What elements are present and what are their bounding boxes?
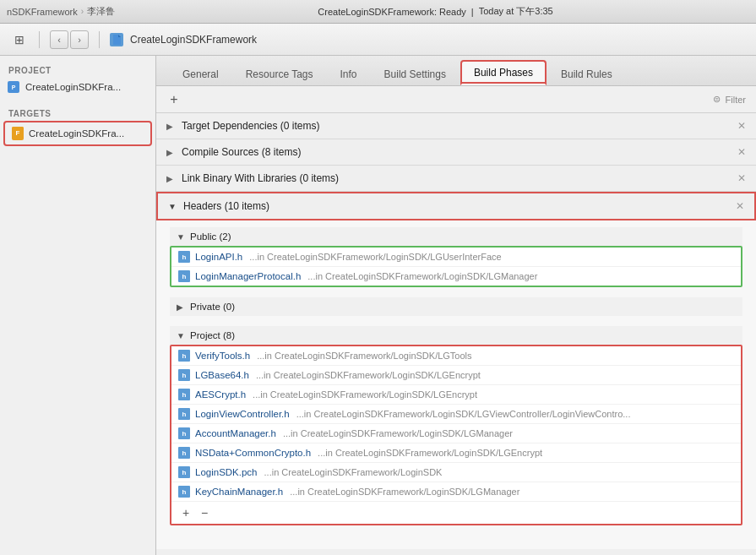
- toolbar: ⊞ ‹ › CreateLoginSDKFramework: [0, 24, 756, 56]
- tab-build-rules[interactable]: Build Rules: [548, 63, 625, 85]
- status-sep: |: [471, 7, 474, 17]
- phase-headers-close[interactable]: ✕: [736, 200, 744, 212]
- public-files-container: h LoginAPI.h ...in CreateLoginSDKFramewo…: [170, 246, 742, 287]
- targets-section: TARGETS F CreateLoginSDKFra...: [0, 104, 155, 146]
- private-subsection-header[interactable]: ▶ Private (0): [170, 297, 742, 316]
- file-row-lgbase64: h LGBase64.h ...in CreateLoginSDKFramewo…: [171, 366, 741, 385]
- phase-target-dependencies-header[interactable]: ▶ Target Dependencies (0 items) ✕: [156, 113, 756, 139]
- breadcrumb-1-text: nSDKFramework: [7, 7, 78, 17]
- phase-compile-sources-header[interactable]: ▶ Compile Sources (8 items) ✕: [156, 139, 756, 165]
- phase-link-binary-close[interactable]: ✕: [737, 172, 746, 184]
- phase-headers-title: Headers (10 items): [183, 200, 269, 212]
- forward-button[interactable]: ›: [70, 30, 89, 49]
- h-icon-keychainmanager: h: [178, 486, 190, 498]
- arrow-public: ▼: [177, 232, 185, 242]
- phase-link-binary-title: Link Binary With Libraries (0 items): [182, 172, 339, 184]
- svg-text:P: P: [12, 84, 16, 90]
- project-breadcrumb: CreateLoginSDKFramework: [130, 34, 257, 46]
- content-toolbar: + ⊜ Filter: [156, 86, 756, 113]
- phase-headers: ▼ Headers (10 items) ✕ ▼ Public (2) h: [156, 192, 756, 549]
- tab-info[interactable]: Info: [328, 63, 370, 85]
- arrow-private: ▶: [177, 302, 185, 312]
- file-path-keychainmanager: ...in CreateLoginSDKFramework/LoginSDK/L…: [290, 487, 519, 497]
- h-icon-accountmanager: h: [178, 427, 190, 439]
- tab-resource-tags[interactable]: Resource Tags: [233, 63, 326, 85]
- project-section-controls: + −: [171, 502, 741, 524]
- arrow-link-binary: ▶: [166, 174, 177, 183]
- public-subsection: ▼ Public (2) h LoginAPI.h ...in CreateLo…: [170, 227, 742, 287]
- tab-general[interactable]: General: [170, 63, 231, 85]
- h-icon-loginviewcontroller: h: [178, 408, 190, 420]
- project-section-label: PROJECT: [0, 63, 155, 77]
- file-path-accountmanager: ...in CreateLoginSDKFramework/LoginSDK/L…: [283, 428, 513, 438]
- toolbar-separator: [39, 31, 40, 48]
- main-layout: PROJECT P CreateLoginSDKFra... TARGETS F…: [0, 56, 756, 555]
- arrow-compile-sources: ▶: [166, 148, 177, 157]
- file-row-keychainmanager: h KeyChainManager.h ...in CreateLoginSDK…: [171, 482, 741, 502]
- file-path-loginsdk: ...in CreateLoginSDKFramework/LoginSDK: [264, 467, 443, 477]
- arrow-target-dependencies: ▶: [166, 122, 177, 131]
- sidebar-item-project[interactable]: P CreateLoginSDKFra...: [0, 77, 155, 97]
- file-row-accountmanager: h AccountManager.h ...in CreateLoginSDKF…: [171, 424, 741, 443]
- back-button[interactable]: ‹: [50, 30, 68, 49]
- add-phase-button[interactable]: +: [166, 92, 182, 107]
- phase-compile-sources: ▶ Compile Sources (8 items) ✕: [156, 139, 756, 166]
- grid-icon[interactable]: ⊞: [10, 30, 29, 49]
- tab-build-phases[interactable]: Build Phases: [460, 60, 547, 85]
- file-name-keychainmanager: KeyChainManager.h: [195, 487, 283, 497]
- breadcrumb-sep-1: ›: [81, 7, 84, 16]
- window-title: CreateLoginSDKFramework: Ready | Today a…: [122, 5, 749, 18]
- file-name-nsdata: NSData+CommonCrypto.h: [195, 448, 311, 458]
- breadcrumb-1[interactable]: nSDKFramework › 李泽鲁: [7, 5, 115, 18]
- project-file-icon: P: [7, 80, 20, 94]
- h-icon-loginapi: h: [178, 251, 190, 263]
- headers-content: ▼ Public (2) h LoginAPI.h ...in CreateLo…: [156, 220, 756, 549]
- h-icon-aescrypt: h: [178, 389, 190, 400]
- phase-link-binary-header[interactable]: ▶ Link Binary With Libraries (0 items) ✕: [156, 166, 756, 191]
- phase-link-binary: ▶ Link Binary With Libraries (0 items) ✕: [156, 166, 756, 192]
- file-name-lgbase64: LGBase64.h: [195, 370, 249, 380]
- public-subsection-header[interactable]: ▼ Public (2): [170, 227, 742, 246]
- file-row-loginmanager: h LoginManagerProtocal.h ...in CreateLog…: [171, 267, 741, 286]
- phase-headers-header[interactable]: ▼ Headers (10 items) ✕: [156, 192, 756, 220]
- sidebar: PROJECT P CreateLoginSDKFra... TARGETS F…: [0, 56, 156, 555]
- project-files-container: h VerifyTools.h ...in CreateLoginSDKFram…: [170, 345, 742, 525]
- breadcrumb-2-text: 李泽鲁: [87, 5, 115, 18]
- title-bar: nSDKFramework › 李泽鲁 CreateLoginSDKFramew…: [0, 0, 756, 24]
- arrow-headers: ▼: [168, 202, 178, 211]
- sections-container: ▶ Target Dependencies (0 items) ✕ ▶ Comp…: [156, 113, 756, 555]
- content-area: General Resource Tags Info Build Setting…: [156, 56, 756, 555]
- h-icon-loginmanager: h: [178, 270, 190, 282]
- target-icon: F: [12, 127, 24, 140]
- phase-target-dependencies-close[interactable]: ✕: [737, 120, 746, 132]
- file-name-loginapi: LoginAPI.h: [195, 252, 242, 262]
- phase-compile-sources-close[interactable]: ✕: [737, 146, 746, 158]
- targets-section-label: TARGETS: [8, 109, 52, 118]
- file-path-verifytools: ...in CreateLoginSDKFramework/LoginSDK/L…: [257, 351, 471, 361]
- file-path-aescrypt: ...in CreateLoginSDKFramework/LoginSDK/L…: [253, 389, 477, 400]
- targets-label-box: TARGETS: [0, 104, 155, 121]
- project-subsection: ▼ Project (8) h VerifyTools.h ...in Crea…: [170, 326, 742, 525]
- tab-bar: General Resource Tags Info Build Setting…: [156, 56, 756, 86]
- h-icon-lgbase64: h: [178, 369, 190, 381]
- file-row-loginsdk: h LoginSDK.pch ...in CreateLoginSDKFrame…: [171, 463, 741, 482]
- file-name-loginsdk: LoginSDK.pch: [195, 467, 258, 477]
- sidebar-target-item[interactable]: F CreateLoginSDKFra...: [3, 121, 152, 146]
- filter-area: ⊜ Filter: [713, 94, 746, 105]
- status-time: Today at 下午3:35: [479, 5, 553, 18]
- file-row-verifytools: h VerifyTools.h ...in CreateLoginSDKFram…: [171, 346, 741, 366]
- project-subsection-header[interactable]: ▼ Project (8): [170, 326, 742, 345]
- file-path-loginapi: ...in CreateLoginSDKFramework/LoginSDK/L…: [249, 252, 501, 262]
- filter-icon: ⊜: [713, 94, 721, 105]
- status-text: CreateLoginSDKFramework: Ready: [318, 7, 465, 17]
- tab-build-settings[interactable]: Build Settings: [372, 63, 459, 85]
- file-name-loginmanager: LoginManagerProtocal.h: [195, 271, 301, 281]
- add-file-button[interactable]: +: [178, 505, 193, 520]
- h-icon-verifytools: h: [178, 350, 190, 362]
- filter-label: Filter: [726, 95, 746, 105]
- remove-file-button[interactable]: −: [197, 505, 212, 520]
- svg-text:F: F: [16, 129, 20, 137]
- file-path-loginviewcontroller: ...in CreateLoginSDKFramework/LoginSDK/L…: [296, 409, 631, 419]
- phase-copy-bundle-header[interactable]: ▶ Copy Bundle Resources (0 items) ✕: [156, 549, 756, 555]
- file-icon: [110, 33, 123, 46]
